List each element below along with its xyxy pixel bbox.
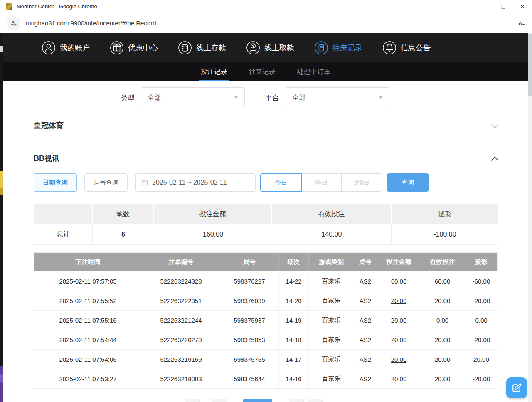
- summary-header-valid-bet: 有效投注: [272, 204, 392, 224]
- type-select[interactable]: 全部: [141, 87, 245, 108]
- background-artifact: [0, 366, 3, 402]
- bet-record-content: 类型 全部 平台 全部 皇冠体育 BB视讯: [3, 87, 528, 402]
- platform-select[interactable]: 全部: [286, 87, 389, 108]
- nav-item-my-account[interactable]: 我的账户: [42, 41, 90, 55]
- cell-game-type: 百家乐: [309, 271, 354, 291]
- pagination-button[interactable]: [212, 399, 227, 402]
- cell-table-number: AS2: [354, 271, 377, 291]
- tab-bet-record[interactable]: 投注记录: [199, 62, 229, 81]
- chevron-down-icon[interactable]: [491, 121, 498, 128]
- bb-video-section-header[interactable]: BB视讯: [34, 153, 498, 163]
- pagination-button-active[interactable]: [243, 399, 272, 402]
- header-bet-amount: 投注金额: [377, 253, 421, 271]
- header-bet-time: 下注时间: [34, 253, 142, 271]
- header-payout: 派彩: [464, 253, 498, 271]
- cell-game-type: 百家乐: [309, 291, 354, 310]
- maximize-button[interactable]: □: [494, 0, 513, 13]
- cell-round-number: 598375755: [220, 349, 279, 369]
- header-session: 场次: [279, 253, 309, 271]
- cell-game-type: 百家乐: [309, 349, 354, 369]
- address-bar[interactable]: tongbao31.com:9900/infe/mcenter/#/betRec…: [26, 20, 518, 27]
- cell-bet-amount-link[interactable]: 60.00: [377, 271, 421, 291]
- close-button[interactable]: ✕: [513, 0, 532, 13]
- yesterday-button[interactable]: 昨日: [301, 173, 342, 192]
- tab-label: 投注记录: [201, 68, 227, 76]
- main-navbar: 我的账户 优惠中心 线上存款 线上取款: [3, 33, 528, 62]
- cell-payout: -20.00: [464, 291, 498, 310]
- cell-payout: -20.00: [464, 330, 498, 349]
- background-artifact: [0, 374, 3, 382]
- cell-bet-amount-link[interactable]: 20.00: [377, 291, 421, 310]
- pagination-button[interactable]: [185, 399, 200, 402]
- cell-table-number: AS2: [354, 349, 377, 369]
- cell-session: 14-17: [279, 349, 309, 369]
- cell-bet-amount-link[interactable]: 20.00: [377, 349, 421, 369]
- background-artifact: [0, 171, 3, 188]
- cell-table-number: AS2: [354, 310, 377, 330]
- cell-valid-bet: 60.00: [421, 271, 464, 291]
- table-row: 2025-02-11 07:54:06 522263219159 5983757…: [34, 349, 497, 369]
- date-range-input[interactable]: 2025-02-11 ~ 2025-02-11: [135, 173, 256, 192]
- date-query-button[interactable]: 日期查询: [34, 173, 77, 192]
- nav-item-online-deposit[interactable]: 线上存款: [178, 41, 226, 55]
- summary-table: 笔数 投注金额 有效投注 派彩 总计 6 160.00 140.00 -100.…: [34, 204, 498, 245]
- calendar-icon: [141, 179, 148, 186]
- summary-header-count: 笔数: [93, 204, 154, 224]
- scrollbar-thumb[interactable]: [528, 34, 532, 96]
- summary-header-blank: [34, 204, 93, 224]
- chevron-up-icon[interactable]: [491, 156, 498, 164]
- header-valid-bet: 有效投注: [421, 253, 464, 271]
- round-query-button[interactable]: 局号查询: [84, 173, 128, 192]
- cell-round-number: 598376227: [220, 271, 279, 291]
- tab-transaction-record[interactable]: 往来记录: [247, 62, 277, 81]
- record-subtabs: 投注记录 往来记录 处理中订单: [3, 62, 528, 81]
- feedback-edit-button[interactable]: [506, 377, 527, 398]
- site-info-icon[interactable]: [7, 17, 20, 30]
- type-filter-label: 类型: [121, 93, 135, 103]
- crown-sports-section-header[interactable]: 皇冠体育: [34, 121, 498, 131]
- password-key-icon[interactable]: [518, 19, 526, 27]
- cell-valid-bet: 20.00: [421, 330, 464, 349]
- chevron-down-icon: [379, 96, 383, 99]
- chevron-down-icon: [234, 96, 238, 99]
- browser-titlebar: Member Center - Google Chrome – □ ✕: [0, 0, 532, 13]
- cell-bet-time: 2025-02-11 07:54:44: [34, 330, 142, 349]
- nav-item-promo-center[interactable]: 优惠中心: [110, 41, 158, 55]
- tab-processing-orders[interactable]: 处理中订单: [296, 62, 332, 81]
- header-round-number: 局号: [220, 253, 279, 271]
- minimize-button[interactable]: –: [475, 0, 494, 13]
- nav-label: 线上取款: [264, 43, 294, 53]
- cell-round-number: 598375937: [220, 310, 279, 330]
- page-scrollbar[interactable]: [528, 33, 532, 402]
- today-button[interactable]: 今日: [260, 173, 302, 192]
- cell-bet-time: 2025-02-11 07:55:52: [34, 291, 142, 310]
- pagination-button[interactable]: [289, 399, 304, 402]
- cell-round-number: 598375644: [220, 369, 279, 388]
- cell-bet-amount-link[interactable]: 20.00: [377, 310, 421, 330]
- last-8-days-button[interactable]: 近8日: [341, 173, 382, 192]
- page-background-strip: [0, 33, 3, 402]
- cell-bet-time: 2025-02-11 07:54:06: [34, 349, 142, 369]
- bell-icon: [382, 41, 397, 55]
- cell-valid-bet: 0.00: [421, 310, 464, 330]
- cell-session: 14-20: [279, 291, 309, 310]
- gift-icon: [110, 41, 124, 55]
- cell-bet-amount-link[interactable]: 20.00: [377, 369, 421, 388]
- bet-table-body: 2025-02-11 07:57:05 522263224328 5983762…: [34, 271, 497, 388]
- cell-round-number: 598375853: [220, 330, 279, 349]
- filter-row: 类型 全部 平台 全部: [34, 87, 498, 108]
- cell-bet-amount-link[interactable]: 20.00: [377, 330, 421, 349]
- summary-bet-amount-value: 160.00: [154, 224, 272, 244]
- type-select-value: 全部: [148, 94, 161, 102]
- pagination-button[interactable]: [308, 399, 323, 402]
- nav-item-online-withdraw[interactable]: 线上取款: [246, 41, 294, 55]
- nav-item-transaction-records[interactable]: 往来记录: [314, 41, 362, 55]
- summary-header-payout: 派彩: [392, 204, 498, 224]
- nav-label: 我的账户: [60, 43, 90, 53]
- search-button[interactable]: 查询: [387, 173, 429, 192]
- header-table-number: 桌号: [354, 253, 377, 271]
- cell-game-type: 百家乐: [309, 310, 354, 330]
- query-controls: 日期查询 局号查询 2025-02-11 ~ 2025-02-11 今日 昨日 …: [34, 173, 498, 192]
- summary-payout-value: -100.00: [392, 224, 498, 244]
- nav-item-announcements[interactable]: 信息公告: [382, 41, 431, 55]
